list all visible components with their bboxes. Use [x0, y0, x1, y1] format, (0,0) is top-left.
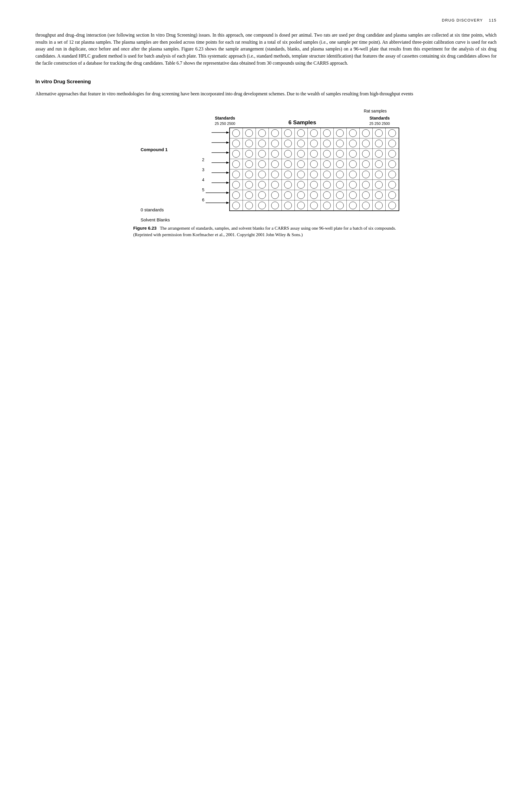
well-circle [271, 202, 279, 209]
well-cell-r6-c4 [269, 180, 282, 190]
arrow-svg-1 [212, 130, 229, 135]
well-cell-r8-c1 [230, 200, 243, 210]
well-circle [336, 191, 344, 199]
well-circle [297, 160, 305, 168]
well-cell-r3-c11 [360, 149, 373, 159]
page-header: DRUG DISCOVERY 115 [35, 18, 497, 23]
well-cell-r6-c12 [373, 180, 386, 190]
arrow-svg-6 [212, 181, 229, 185]
well-circle [349, 140, 357, 147]
diagram-body: Compound 1 2 3 4 5 [141, 115, 392, 225]
well-cell-r5-c7 [308, 169, 321, 180]
well-cell-r6-c10 [347, 180, 360, 190]
well-cell-r5-c9 [334, 169, 347, 180]
row-labels: Compound 1 2 3 4 5 [141, 145, 206, 225]
well-cell-r7-c13 [386, 190, 399, 200]
well-circle [271, 150, 279, 157]
well-cell-r3-c8 [321, 149, 334, 159]
well-cell-r7-c5 [282, 190, 295, 200]
well-circle [258, 191, 266, 199]
well-cell-r7-c8 [321, 190, 334, 200]
grid-row-2 [230, 138, 399, 149]
figure-diagram: Rat samples Compound 1 2 3 [141, 108, 392, 225]
right-side: Standards 25 250 2500 6 Samples Standard… [206, 115, 399, 211]
well-cell-r7-c9 [334, 190, 347, 200]
well-cell-r7-c10 [347, 190, 360, 200]
well-circle [336, 140, 344, 147]
well-circle [310, 140, 318, 147]
well-cell-r2-c11 [360, 138, 373, 148]
well-circle [245, 171, 253, 178]
main-paragraph-2: Alternative approaches that feature in v… [35, 90, 497, 97]
arrow-3 [212, 148, 229, 157]
left-labels: Compound 1 2 3 4 5 [141, 115, 206, 225]
well-cell-r1-c3 [256, 128, 269, 138]
well-cell-r2-c8 [321, 138, 334, 148]
well-circle [362, 202, 370, 209]
well-cell-r1-c2 [243, 128, 256, 138]
label-row-4: 4 [141, 175, 206, 185]
figure-caption-text: The arrangement of standards, samples, a… [133, 226, 396, 237]
well-circle [362, 140, 370, 147]
six-samples-header: 6 Samples [245, 118, 360, 127]
well-cell-r8-c12 [373, 200, 386, 210]
arrows-column [206, 128, 229, 211]
well-circle [310, 160, 318, 168]
well-circle [245, 150, 253, 157]
well-cell-r8-c4 [269, 200, 282, 210]
well-circle [349, 160, 357, 168]
well-circle [232, 160, 240, 168]
well-cell-r2-c2 [243, 138, 256, 148]
figure-label: Figure 6.23 [133, 225, 157, 230]
arrow-8 [206, 198, 229, 208]
well-cell-r2-c3 [256, 138, 269, 148]
svg-marker-3 [226, 142, 229, 144]
well-circle [297, 129, 305, 137]
arrow-svg-8 [206, 201, 229, 205]
well-cell-r7-c12 [373, 190, 386, 200]
arrow-4 [212, 157, 229, 168]
arrow-svg-3 [212, 151, 229, 155]
well-cell-r3-c12 [373, 149, 386, 159]
well-cell-r3-c5 [282, 149, 295, 159]
svg-marker-13 [226, 191, 229, 194]
well-circle [388, 191, 396, 199]
well-cell-r5-c1 [230, 169, 243, 180]
well-circle [388, 140, 396, 147]
well-circle [245, 181, 253, 189]
well-cell-r2-c6 [295, 138, 308, 148]
well-cell-r1-c8 [321, 128, 334, 138]
well-cell-r1-c1 [230, 128, 243, 138]
well-cell-r2-c5 [282, 138, 295, 148]
well-cell-r5-c4 [269, 169, 282, 180]
grid-row-5 [230, 169, 399, 180]
well-circle [349, 150, 357, 157]
well-cell-r7-c11 [360, 190, 373, 200]
left-standards-header: Standards 25 250 2500 [206, 115, 245, 126]
well-circle [297, 202, 305, 209]
well-cell-r6-c11 [360, 180, 373, 190]
well-circle [375, 202, 383, 209]
label-solvent-blanks: Solvent Blanks [141, 215, 206, 225]
well-circle [349, 171, 357, 178]
well-circle [258, 160, 266, 168]
well-cell-r7-c3 [256, 190, 269, 200]
well-circle [232, 129, 240, 137]
well-circle [323, 202, 331, 209]
label-row-2: 2 [141, 155, 206, 165]
well-circle [310, 202, 318, 209]
well-circle [245, 160, 253, 168]
well-cell-r6-c9 [334, 180, 347, 190]
well-circle [271, 181, 279, 189]
well-cell-r1-c9 [334, 128, 347, 138]
well-circle [258, 150, 266, 157]
label-zero-standards: 0 standards [141, 205, 206, 215]
well-cell-r8-c5 [282, 200, 295, 210]
label-compound-1: Compound 1 [141, 145, 206, 155]
well-cell-r3-c6 [295, 149, 308, 159]
well-circle [297, 191, 305, 199]
svg-marker-1 [226, 131, 229, 134]
grid-row-3 [230, 149, 399, 159]
well-circle [388, 181, 396, 189]
well-cell-r1-c7 [308, 128, 321, 138]
